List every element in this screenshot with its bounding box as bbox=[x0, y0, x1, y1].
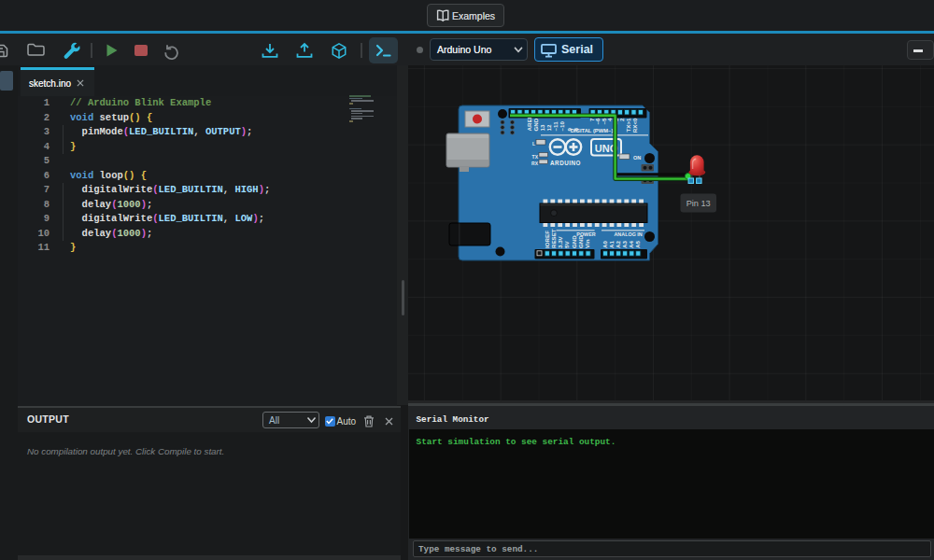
svg-text:ARDUINO: ARDUINO bbox=[550, 160, 581, 166]
svg-text:5V: 5V bbox=[563, 241, 570, 248]
svg-text:~11: ~11 bbox=[552, 121, 559, 132]
svg-text:Vin: Vin bbox=[584, 239, 590, 248]
svg-text:~10: ~10 bbox=[559, 120, 565, 131]
svg-text:TX>1: TX>1 bbox=[625, 118, 631, 133]
svg-text:13: 13 bbox=[539, 124, 545, 131]
svg-text:A3: A3 bbox=[621, 241, 628, 248]
svg-text:12: 12 bbox=[545, 124, 552, 131]
svg-text:GND: GND bbox=[532, 118, 539, 131]
svg-text:ON: ON bbox=[633, 155, 641, 161]
svg-text:A2: A2 bbox=[615, 241, 621, 248]
svg-text:A0: A0 bbox=[601, 241, 608, 248]
svg-text:GND: GND bbox=[571, 235, 577, 248]
svg-text:3.3V: 3.3V bbox=[557, 235, 563, 248]
svg-text:GND: GND bbox=[577, 235, 584, 248]
svg-text:ANALOG IN: ANALOG IN bbox=[614, 231, 642, 237]
svg-text:A5: A5 bbox=[634, 241, 641, 248]
svg-text:RESET: RESET bbox=[550, 229, 557, 248]
svg-text:4: 4 bbox=[606, 118, 613, 121]
svg-text:Pin 13: Pin 13 bbox=[686, 199, 711, 208]
svg-text:A4: A4 bbox=[628, 241, 634, 248]
svg-text:TX: TX bbox=[532, 154, 539, 160]
svg-text:IOREF: IOREF bbox=[544, 231, 550, 248]
svg-text:L: L bbox=[532, 141, 535, 147]
svg-text:RX<0: RX<0 bbox=[631, 118, 638, 133]
svg-text:DIGITAL (PWM~): DIGITAL (PWM~) bbox=[571, 128, 614, 133]
svg-text:A1: A1 bbox=[608, 241, 615, 248]
svg-text:RX: RX bbox=[531, 161, 539, 166]
